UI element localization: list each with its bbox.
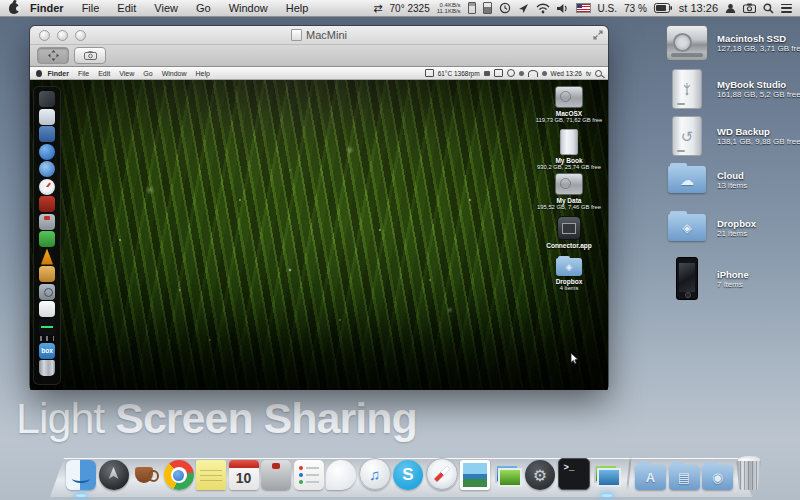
desktop-icon-macintosh-ssd[interactable]: Macintosh SSD 127,18 GB, 3,71 GB free (664, 25, 800, 61)
dock-icon-itunes[interactable]: ♫ (359, 458, 391, 490)
menu-clock[interactable]: st 13:26 (679, 2, 718, 14)
dock-icon-utility[interactable] (261, 460, 291, 490)
scale-mode-button[interactable] (37, 47, 69, 64)
menu-window[interactable]: Window (220, 0, 277, 16)
location-icon[interactable] (518, 3, 529, 14)
remote-dock-ipod-icon[interactable] (39, 301, 55, 317)
remote-screens-icon[interactable] (484, 71, 490, 76)
menu-help[interactable]: Help (277, 0, 318, 16)
remote-menu-help[interactable]: Help (191, 70, 214, 77)
keyboard-layout-label[interactable]: U.S. (598, 3, 617, 14)
menu-go[interactable]: Go (187, 0, 220, 16)
resize-icon[interactable] (593, 30, 603, 40)
remote-dock-photo-app[interactable] (39, 266, 55, 282)
remote-icon-macosx[interactable]: MacOSX 119,73 GB, 71,62 GB free (530, 86, 608, 123)
desktop-icon-wd-backup[interactable]: ↺ WD Backup 138,1 GB, 9,88 GB free (664, 116, 800, 156)
remote-dock-app-blue[interactable] (39, 126, 55, 142)
volume-icon[interactable] (557, 3, 569, 14)
remote-menu-file[interactable]: File (73, 70, 93, 77)
remote-desktop[interactable]: box MacOSX 119,73 GB, 71,62 GB free My B… (30, 80, 608, 390)
menu-file[interactable]: File (73, 0, 109, 16)
dock-icon-terminal[interactable]: >_ (558, 458, 590, 490)
remote-dock-theater-icon[interactable] (39, 196, 55, 212)
menu-view[interactable]: View (145, 0, 187, 16)
close-button[interactable] (39, 30, 50, 41)
remote-dock-trash-icon[interactable] (39, 360, 55, 376)
dock-icon-photos[interactable] (460, 460, 490, 490)
dock-icon-remote-desktop[interactable] (493, 460, 523, 490)
remote-dock[interactable]: box (33, 86, 61, 385)
desktop-icon-dropbox[interactable]: ◈ Dropbox 21 items (664, 214, 756, 241)
desktop-icon-iphone[interactable]: iPhone 7 items (664, 257, 749, 300)
remote-clock-label[interactable]: Wed 13:26 (551, 70, 582, 77)
dock-icon-stickies[interactable] (196, 460, 226, 490)
sync-icon[interactable]: ⇄ (373, 3, 382, 14)
zoom-button[interactable] (75, 30, 86, 41)
remote-dock-utility-icon[interactable] (39, 214, 55, 230)
dock[interactable]: 10 ♫ S ⚙ >_ A ▤ ◉ (50, 450, 752, 497)
keyboard-flag-icon[interactable] (576, 3, 591, 13)
remote-apple-menu-icon[interactable] (36, 70, 42, 77)
desktop-icon-cloud[interactable]: ☁ Cloud 13 items (664, 166, 747, 193)
remote-dock-mail-icon[interactable] (39, 109, 55, 125)
notification-center-icon[interactable] (781, 4, 792, 13)
remote-dock-green-app[interactable] (39, 231, 55, 247)
minimize-button[interactable] (57, 30, 68, 41)
dock-icon-gears-app[interactable]: ⚙ (525, 460, 555, 490)
dock-folder-documents[interactable]: ▤ (669, 465, 700, 490)
camera-icon[interactable] (743, 3, 756, 13)
spotlight-icon[interactable] (763, 3, 774, 14)
dock-folder-users[interactable]: ◉ (702, 465, 733, 490)
remote-menu-view[interactable]: View (115, 70, 139, 77)
remote-menu-bar[interactable]: Finder File Edit View Go Window Help 61°… (30, 67, 608, 80)
remote-dock-itunes-icon[interactable] (39, 144, 55, 160)
remote-wifi-icon[interactable] (528, 70, 538, 77)
desktop-icon-mybook-studio[interactable]: MyBook Studio 161,88 GB, 5,2 GB free (664, 69, 800, 109)
memory-icon[interactable] (468, 2, 476, 14)
remote-menu-window[interactable]: Window (157, 70, 191, 77)
remote-icon-my-book[interactable]: My Book 930,2 GB, 25,74 GB free (530, 129, 608, 170)
remote-location-icon[interactable] (519, 71, 524, 76)
window-titlebar[interactable]: MacMini (30, 26, 608, 45)
remote-volume-icon[interactable] (542, 71, 547, 76)
remote-icon-dropbox[interactable]: ◈ Dropbox 4 items (530, 258, 608, 291)
dock-icon-messages[interactable] (326, 460, 356, 490)
wifi-icon[interactable] (536, 3, 550, 14)
remote-dock-app-1[interactable] (39, 91, 55, 107)
remote-dock-camera-icon[interactable] (39, 284, 55, 300)
screen-sharing-window[interactable]: MacMini Finder File Edit View Go Window … (30, 26, 608, 388)
temp-fan-status[interactable]: 70° 2325 (390, 3, 430, 14)
remote-menu-go[interactable]: Go (139, 70, 157, 77)
menu-finder[interactable]: Finder (21, 0, 73, 16)
time-machine-icon[interactable] (499, 2, 511, 14)
remote-tv-label[interactable]: tv (586, 70, 591, 77)
dock-icon-finder[interactable] (66, 460, 96, 490)
network-speed-status[interactable]: 0.4KB/s 11.1KB/s (437, 2, 461, 15)
screenshot-button[interactable] (74, 47, 106, 64)
dock-icon-reminders[interactable] (294, 460, 324, 490)
dock-icon-coffee-app[interactable] (131, 460, 161, 490)
remote-dock-box-icon[interactable]: box (39, 343, 55, 359)
remote-icon-my-data[interactable]: My Data 195,52 GB, 7,46 GB free (530, 173, 608, 210)
dock-icon-launchpad[interactable] (99, 460, 129, 490)
dock-icon-chrome[interactable] (164, 460, 194, 490)
remote-temp-fan-status[interactable]: 61°C 1368rpm (438, 70, 480, 77)
menu-edit[interactable]: Edit (108, 0, 145, 16)
dock-icon-calendar[interactable]: 10 (229, 460, 259, 490)
dock-icon-screen-sharing[interactable] (592, 460, 622, 490)
battery-icon[interactable] (654, 3, 672, 13)
remote-dock-monitor-icon[interactable] (39, 319, 55, 335)
remote-menu-finder[interactable]: Finder (43, 70, 73, 77)
apple-menu-icon[interactable] (9, 3, 19, 14)
dock-folder-applications[interactable]: A (635, 465, 666, 490)
remote-spotlight-icon[interactable] (595, 70, 602, 77)
remote-menu-edit[interactable]: Edit (94, 70, 115, 77)
remote-dock-vlc-icon[interactable] (39, 249, 55, 265)
remote-dock-safari-icon[interactable] (39, 179, 55, 195)
remote-icon-connector-app[interactable]: Connector.app (530, 216, 608, 249)
dock-icon-safari[interactable] (426, 458, 458, 490)
remote-dock-browser-icon[interactable] (39, 161, 55, 177)
dock-icon-skype[interactable]: S (393, 460, 423, 490)
remote-display-icon[interactable] (425, 69, 434, 77)
remote-clock-icon[interactable] (507, 69, 515, 77)
